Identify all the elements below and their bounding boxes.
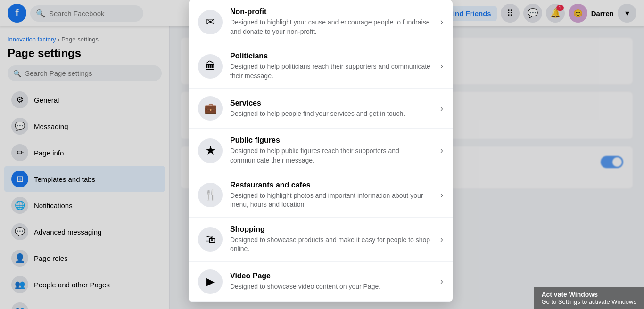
- modal-item-desc: Designed to highlight photos and importa…: [230, 191, 433, 210]
- modal-item-desc: Designed to help people find your servic…: [230, 109, 433, 119]
- video-icon: ▶: [198, 269, 223, 294]
- politicians-icon: 🏛: [198, 54, 223, 79]
- chevron-right-icon: ›: [440, 104, 443, 114]
- modal-item-text-services: Services Designed to help people find yo…: [230, 99, 433, 119]
- modal-item-desc: Designed to showcase products and make i…: [230, 236, 433, 254]
- modal-item-desc: Designed to highlight your cause and enc…: [230, 18, 433, 36]
- modal-item-text-non-profit: Non-profit Designed to highlight your ca…: [230, 8, 433, 36]
- activate-windows-subtitle: Go to Settings to activate Windows: [541, 298, 636, 305]
- modal-item-desc: Designed to help politicians reach their…: [230, 62, 433, 81]
- activate-windows-title: Activate Windows: [541, 291, 636, 298]
- modal-item-title: Shopping: [230, 225, 433, 234]
- non-profit-icon: ✉: [198, 10, 223, 34]
- modal-item-text-politicians: Politicians Designed to help politicians…: [230, 52, 433, 81]
- chevron-right-icon: ›: [440, 235, 443, 244]
- modal-item-title: Services: [230, 99, 433, 107]
- modal-item-title: Public figures: [230, 136, 433, 145]
- modal-item-text-shopping: Shopping Designed to showcase products a…: [230, 225, 433, 254]
- restaurants-icon: 🍴: [198, 183, 223, 207]
- modal-item-non-profit[interactable]: ✉ Non-profit Designed to highlight your …: [189, 0, 453, 44]
- modal-item-politicians[interactable]: 🏛 Politicians Designed to help politicia…: [189, 44, 453, 89]
- modal-item-title: Non-profit: [230, 8, 433, 16]
- shopping-icon: 🛍: [198, 227, 223, 252]
- modal-item-desc: Designed to showcase video content on yo…: [230, 282, 433, 292]
- modal-item-restaurants-cafes[interactable]: 🍴 Restaurants and cafes Designed to high…: [189, 173, 453, 218]
- chevron-right-icon: ›: [440, 61, 443, 71]
- activate-windows-notice: Activate Windows Go to Settings to activ…: [534, 287, 644, 309]
- modal-item-title: Politicians: [230, 52, 433, 60]
- modal-item-title: Video Page: [230, 272, 433, 280]
- template-selection-modal: ✉ Non-profit Designed to highlight your …: [189, 0, 453, 302]
- modal-item-text-video-page: Video Page Designed to showcase video co…: [230, 272, 433, 292]
- modal-item-video-page[interactable]: ▶ Video Page Designed to showcase video …: [189, 262, 453, 302]
- modal-item-text-restaurants: Restaurants and cafes Designed to highli…: [230, 181, 433, 210]
- chevron-right-icon: ›: [440, 17, 443, 27]
- modal-item-shopping[interactable]: 🛍 Shopping Designed to showcase products…: [189, 218, 453, 262]
- chevron-right-icon: ›: [440, 146, 443, 155]
- services-icon: 💼: [198, 96, 223, 121]
- modal-item-desc: Designed to help public figures reach th…: [230, 146, 433, 165]
- chevron-right-icon: ›: [440, 276, 443, 286]
- modal-item-services[interactable]: 💼 Services Designed to help people find …: [189, 89, 453, 129]
- chevron-right-icon: ›: [440, 190, 443, 200]
- modal-item-public-figures[interactable]: ★ Public figures Designed to help public…: [189, 129, 453, 173]
- public-figures-icon: ★: [198, 138, 223, 163]
- modal-item-title: Restaurants and cafes: [230, 181, 433, 189]
- modal-item-text-public-figures: Public figures Designed to help public f…: [230, 136, 433, 165]
